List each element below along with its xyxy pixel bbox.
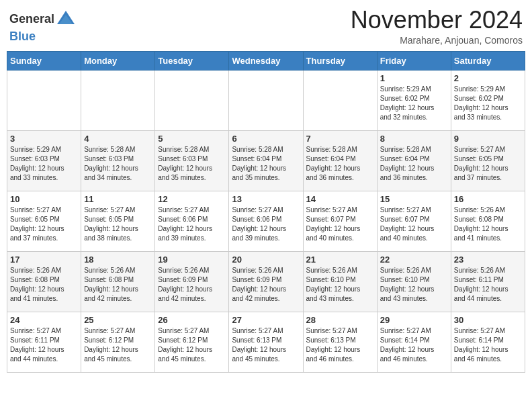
- calendar-cell: 23Sunrise: 5:26 AM Sunset: 6:11 PM Dayli…: [451, 251, 525, 312]
- logo-general: General: [9, 12, 54, 26]
- calendar-cell: 13Sunrise: 5:27 AM Sunset: 6:06 PM Dayli…: [229, 191, 303, 251]
- calendar-cell: [81, 70, 155, 130]
- calendar-cell: 25Sunrise: 5:27 AM Sunset: 6:12 PM Dayli…: [81, 312, 155, 372]
- calendar-week-5: 24Sunrise: 5:27 AM Sunset: 6:11 PM Dayli…: [7, 312, 525, 372]
- day-info: Sunrise: 5:26 AM Sunset: 6:09 PM Dayligh…: [158, 266, 226, 304]
- logo-icon: [56, 9, 76, 30]
- day-number: 13: [232, 194, 300, 204]
- calendar-cell: 22Sunrise: 5:26 AM Sunset: 6:10 PM Dayli…: [377, 251, 451, 312]
- day-info: Sunrise: 5:26 AM Sunset: 6:11 PM Dayligh…: [454, 266, 522, 304]
- calendar-cell: 12Sunrise: 5:27 AM Sunset: 6:06 PM Dayli…: [155, 191, 229, 251]
- day-number: 9: [454, 134, 522, 144]
- calendar-cell: 4Sunrise: 5:28 AM Sunset: 6:03 PM Daylig…: [81, 130, 155, 191]
- calendar-cell: 30Sunrise: 5:27 AM Sunset: 6:14 PM Dayli…: [451, 312, 525, 372]
- day-info: Sunrise: 5:29 AM Sunset: 6:02 PM Dayligh…: [380, 85, 448, 122]
- day-header-saturday: Saturday: [451, 51, 525, 70]
- calendar-cell: 19Sunrise: 5:26 AM Sunset: 6:09 PM Dayli…: [155, 251, 229, 312]
- day-info: Sunrise: 5:26 AM Sunset: 6:10 PM Dayligh…: [306, 266, 374, 304]
- calendar-cell: 9Sunrise: 5:27 AM Sunset: 6:05 PM Daylig…: [451, 130, 525, 191]
- day-info: Sunrise: 5:29 AM Sunset: 6:03 PM Dayligh…: [10, 145, 78, 183]
- calendar-cell: 28Sunrise: 5:27 AM Sunset: 6:13 PM Dayli…: [303, 312, 377, 372]
- calendar-week-1: 1Sunrise: 5:29 AM Sunset: 6:02 PM Daylig…: [7, 70, 525, 130]
- day-header-friday: Friday: [377, 51, 451, 70]
- day-number: 30: [454, 315, 522, 325]
- calendar-cell: 24Sunrise: 5:27 AM Sunset: 6:11 PM Dayli…: [7, 312, 81, 372]
- calendar-cell: 7Sunrise: 5:28 AM Sunset: 6:04 PM Daylig…: [303, 130, 377, 191]
- logo: General Blue: [9, 9, 76, 44]
- calendar-cell: 8Sunrise: 5:28 AM Sunset: 6:04 PM Daylig…: [377, 130, 451, 191]
- calendar-cell: 21Sunrise: 5:26 AM Sunset: 6:10 PM Dayli…: [303, 251, 377, 312]
- day-number: 25: [84, 315, 152, 325]
- calendar-cell: 2Sunrise: 5:29 AM Sunset: 6:02 PM Daylig…: [451, 70, 525, 130]
- location: Marahare, Anjouan, Comoros: [351, 35, 523, 46]
- calendar-cell: 27Sunrise: 5:27 AM Sunset: 6:13 PM Dayli…: [229, 312, 303, 372]
- day-info: Sunrise: 5:28 AM Sunset: 6:04 PM Dayligh…: [232, 145, 300, 183]
- day-info: Sunrise: 5:27 AM Sunset: 6:11 PM Dayligh…: [10, 326, 78, 364]
- day-number: 16: [454, 194, 522, 204]
- day-info: Sunrise: 5:28 AM Sunset: 6:04 PM Dayligh…: [306, 145, 374, 183]
- day-number: 27: [232, 315, 300, 325]
- day-header-thursday: Thursday: [303, 51, 377, 70]
- logo-blue: Blue: [9, 30, 36, 43]
- day-info: Sunrise: 5:27 AM Sunset: 6:13 PM Dayligh…: [306, 326, 374, 364]
- day-number: 26: [158, 315, 226, 325]
- calendar-header-row: SundayMondayTuesdayWednesdayThursdayFrid…: [7, 51, 525, 70]
- calendar-cell: 16Sunrise: 5:26 AM Sunset: 6:08 PM Dayli…: [451, 191, 525, 251]
- day-info: Sunrise: 5:26 AM Sunset: 6:10 PM Dayligh…: [380, 266, 448, 304]
- day-number: 18: [84, 255, 152, 265]
- day-info: Sunrise: 5:27 AM Sunset: 6:06 PM Dayligh…: [158, 205, 226, 243]
- day-info: Sunrise: 5:27 AM Sunset: 6:14 PM Dayligh…: [454, 326, 522, 364]
- day-number: 19: [158, 255, 226, 265]
- day-info: Sunrise: 5:27 AM Sunset: 6:13 PM Dayligh…: [232, 326, 300, 364]
- day-info: Sunrise: 5:27 AM Sunset: 6:07 PM Dayligh…: [380, 205, 448, 243]
- day-number: 10: [10, 194, 78, 204]
- day-number: 8: [380, 134, 448, 144]
- day-number: 14: [306, 194, 374, 204]
- calendar-cell: 5Sunrise: 5:28 AM Sunset: 6:03 PM Daylig…: [155, 130, 229, 191]
- calendar-cell: 3Sunrise: 5:29 AM Sunset: 6:03 PM Daylig…: [7, 130, 81, 191]
- calendar-cell: [229, 70, 303, 130]
- calendar-week-2: 3Sunrise: 5:29 AM Sunset: 6:03 PM Daylig…: [7, 130, 525, 191]
- day-info: Sunrise: 5:26 AM Sunset: 6:08 PM Dayligh…: [10, 266, 78, 304]
- title-block: November 2024 Marahare, Anjouan, Comoros: [351, 7, 523, 46]
- calendar-cell: 26Sunrise: 5:27 AM Sunset: 6:12 PM Dayli…: [155, 312, 229, 372]
- day-info: Sunrise: 5:27 AM Sunset: 6:06 PM Dayligh…: [232, 205, 300, 243]
- day-number: 22: [380, 255, 448, 265]
- day-info: Sunrise: 5:26 AM Sunset: 6:08 PM Dayligh…: [84, 266, 152, 304]
- day-number: 5: [158, 134, 226, 144]
- calendar-cell: [155, 70, 229, 130]
- day-info: Sunrise: 5:27 AM Sunset: 6:05 PM Dayligh…: [454, 145, 522, 183]
- day-header-monday: Monday: [81, 51, 155, 70]
- calendar-week-3: 10Sunrise: 5:27 AM Sunset: 6:05 PM Dayli…: [7, 191, 525, 251]
- day-header-sunday: Sunday: [7, 51, 81, 70]
- day-number: 2: [454, 73, 522, 83]
- day-info: Sunrise: 5:27 AM Sunset: 6:14 PM Dayligh…: [380, 326, 448, 364]
- calendar-cell: 18Sunrise: 5:26 AM Sunset: 6:08 PM Dayli…: [81, 251, 155, 312]
- day-number: 3: [10, 134, 78, 144]
- day-info: Sunrise: 5:26 AM Sunset: 6:08 PM Dayligh…: [454, 205, 522, 243]
- day-number: 17: [10, 255, 78, 265]
- day-number: 12: [158, 194, 226, 204]
- calendar-cell: 15Sunrise: 5:27 AM Sunset: 6:07 PM Dayli…: [377, 191, 451, 251]
- day-number: 11: [84, 194, 152, 204]
- day-info: Sunrise: 5:29 AM Sunset: 6:02 PM Dayligh…: [454, 85, 522, 122]
- day-info: Sunrise: 5:27 AM Sunset: 6:12 PM Dayligh…: [84, 326, 152, 364]
- calendar-cell: 20Sunrise: 5:26 AM Sunset: 6:09 PM Dayli…: [229, 251, 303, 312]
- calendar-table: SundayMondayTuesdayWednesdayThursdayFrid…: [7, 51, 525, 373]
- page-header: General Blue November 2024 Marahare, Anj…: [7, 7, 525, 46]
- day-number: 21: [306, 255, 374, 265]
- day-info: Sunrise: 5:26 AM Sunset: 6:09 PM Dayligh…: [232, 266, 300, 304]
- calendar-cell: 1Sunrise: 5:29 AM Sunset: 6:02 PM Daylig…: [377, 70, 451, 130]
- day-info: Sunrise: 5:28 AM Sunset: 6:03 PM Dayligh…: [84, 145, 152, 183]
- day-info: Sunrise: 5:27 AM Sunset: 6:05 PM Dayligh…: [10, 205, 78, 243]
- day-number: 23: [454, 255, 522, 265]
- day-number: 7: [306, 134, 374, 144]
- day-header-wednesday: Wednesday: [229, 51, 303, 70]
- calendar-cell: [303, 70, 377, 130]
- calendar-week-4: 17Sunrise: 5:26 AM Sunset: 6:08 PM Dayli…: [7, 251, 525, 312]
- day-number: 6: [232, 134, 300, 144]
- day-number: 24: [10, 315, 78, 325]
- day-number: 15: [380, 194, 448, 204]
- day-number: 20: [232, 255, 300, 265]
- day-number: 28: [306, 315, 374, 325]
